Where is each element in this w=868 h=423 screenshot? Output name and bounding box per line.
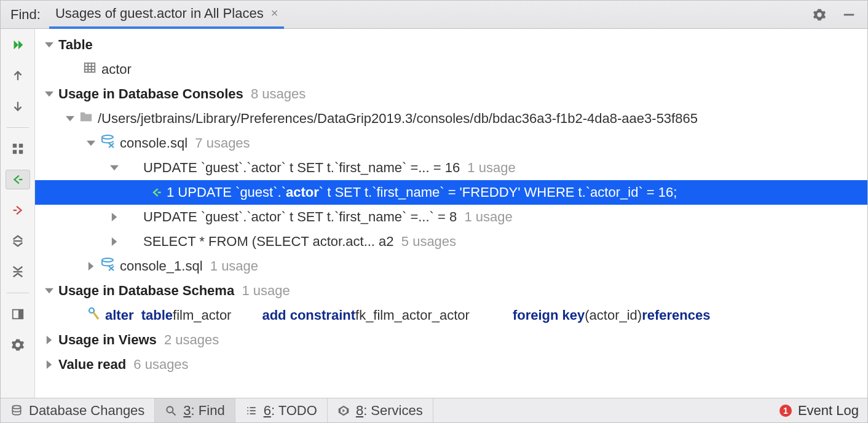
settings-button[interactable]: [6, 335, 30, 355]
svg-point-14: [89, 308, 94, 313]
next-occurrence-button[interactable]: [6, 97, 30, 116]
usage-summary: UPDATE `guest`.`actor` t SET t.`first_na…: [143, 160, 460, 176]
sidebar-separator: [7, 127, 29, 128]
section-title: Table: [58, 37, 93, 53]
chevron-down-icon[interactable]: [65, 113, 76, 124]
tab-label: 3: Find: [183, 403, 224, 419]
svg-rect-3: [12, 150, 16, 154]
tab-find[interactable]: 3: Find: [155, 398, 235, 422]
main-area: Table actor Usage in Database Consoles 8…: [1, 29, 867, 398]
close-icon[interactable]: ×: [271, 6, 278, 20]
navigate-icon: [151, 186, 163, 199]
section-title: Usage in Database Schema: [58, 283, 234, 299]
sql-table-name: film_actor: [173, 307, 231, 323]
tab-label: 6: TODO: [264, 403, 317, 419]
tree-section-value-read[interactable]: Value read 6 usages: [35, 352, 867, 377]
chevron-down-icon[interactable]: [44, 89, 55, 100]
find-tab-title: Usages of guest.actor in All Places: [55, 6, 264, 22]
sql-file-icon: [100, 258, 115, 275]
tree-item-file-console[interactable]: console.sql 7 usages: [35, 131, 867, 156]
find-tab[interactable]: Usages of guest.actor in All Places ×: [49, 1, 284, 29]
autoscroll-from-source-button[interactable]: [6, 170, 30, 189]
find-label: Find:: [6, 7, 49, 23]
usage-count: 7 usages: [195, 135, 250, 151]
notification-badge: 1: [779, 405, 792, 417]
section-title: Usage in Database Consoles: [58, 86, 243, 102]
status-bar: Database Changes 3: Find 6: TODO 8: Serv…: [1, 398, 867, 422]
usage-line-suffix: ` t SET t.`first_name` = 'FREDDY' WHERE …: [319, 184, 677, 200]
usages-tree[interactable]: Table actor Usage in Database Consoles 8…: [35, 29, 867, 398]
svg-point-15: [12, 405, 20, 408]
chevron-right-icon[interactable]: [44, 359, 55, 370]
toolbar-right: [811, 6, 862, 23]
svg-rect-8: [18, 310, 22, 319]
chevron-down-icon[interactable]: [109, 162, 120, 173]
svg-rect-1: [12, 144, 16, 148]
svg-point-16: [167, 406, 173, 413]
folder-path: /Users/jetbrains/Library/Preferences/Dat…: [98, 111, 698, 127]
preview-button[interactable]: [6, 304, 30, 324]
chevron-down-icon[interactable]: [85, 138, 97, 149]
tree-item-usage-summary[interactable]: UPDATE `guest`.`actor` t SET t.`first_na…: [35, 156, 867, 180]
chevron-down-icon[interactable]: [44, 285, 55, 296]
usage-count: 1 usage: [210, 258, 258, 274]
folder-icon: [79, 111, 93, 127]
file-name: console_1.sql: [120, 258, 203, 274]
tree-item-usage-line-selected[interactable]: 1 UPDATE `guest`.`actor` t SET t.`first_…: [35, 180, 867, 205]
sql-keyword-add-constraint: add constraint: [262, 307, 355, 323]
svg-rect-9: [85, 63, 95, 73]
tree-item-table-actor[interactable]: actor: [35, 57, 867, 82]
sql-keyword-references: references: [642, 307, 710, 323]
chevron-right-icon[interactable]: [44, 334, 55, 346]
usage-line-actor: actor: [286, 184, 319, 200]
tree-section-db-consoles[interactable]: Usage in Database Consoles 8 usages: [35, 82, 867, 106]
chevron-right-icon[interactable]: [109, 236, 120, 247]
tab-label: 8: Services: [356, 403, 423, 419]
usage-summary: SELECT * FROM (SELECT actor.act... a2: [143, 234, 394, 250]
usage-count: 5 usages: [401, 234, 456, 250]
tree-item-usage-summary[interactable]: UPDATE `guest`.`actor` t SET t.`first_na…: [35, 205, 867, 229]
chevron-down-icon[interactable]: [44, 39, 55, 50]
rerun-button[interactable]: [6, 35, 30, 55]
tab-services[interactable]: 8: Services: [328, 398, 433, 422]
tree-item-usage-summary[interactable]: SELECT * FROM (SELECT actor.act... a2 5 …: [35, 229, 867, 254]
table-name: actor: [101, 61, 132, 77]
table-icon: [83, 61, 97, 78]
tree-item-folder-path[interactable]: /Users/jetbrains/Library/Preferences/Dat…: [35, 106, 867, 131]
svg-rect-2: [18, 144, 22, 148]
tree-section-views[interactable]: Usage in Views 2 usages: [35, 328, 867, 352]
tab-todo[interactable]: 6: TODO: [235, 398, 328, 422]
tab-label: Database Changes: [29, 403, 144, 419]
sql-keyword-foreign-key: foreign key: [513, 307, 585, 323]
event-log-button[interactable]: 1 Event Log: [771, 398, 867, 422]
gear-icon[interactable]: [811, 6, 828, 23]
sql-constraint-name: fk_film_actor_actor: [355, 307, 470, 323]
autoscroll-to-source-button[interactable]: [6, 200, 30, 220]
expand-all-button[interactable]: [6, 231, 30, 251]
tree-section-db-schema[interactable]: Usage in Database Schema 1 usage: [35, 279, 867, 303]
usage-count: 1 usage: [467, 160, 515, 176]
sql-keyword-alter: alter: [105, 307, 133, 323]
previous-occurrence-button[interactable]: [6, 66, 30, 85]
minimize-icon[interactable]: [840, 6, 858, 23]
tree-section-table[interactable]: Table: [35, 33, 867, 57]
chevron-right-icon[interactable]: [109, 212, 120, 223]
usage-summary: UPDATE `guest`.`actor` t SET t.`first_na…: [143, 209, 457, 225]
collapse-all-button[interactable]: [6, 262, 30, 282]
usage-count: 1 usage: [464, 209, 512, 225]
section-title: Value read: [58, 357, 126, 373]
svg-line-17: [173, 412, 176, 415]
usage-count: 6 usages: [133, 357, 188, 373]
file-name: console.sql: [120, 135, 187, 151]
usage-count: 8 usages: [251, 86, 306, 102]
tree-item-file-console-1[interactable]: console_1.sql 1 usage: [35, 254, 867, 279]
usage-count: 2 usages: [164, 332, 219, 348]
chevron-right-icon[interactable]: [85, 261, 97, 272]
event-log-label: Event Log: [798, 403, 859, 419]
find-toolbar: Find: Usages of guest.actor in All Place…: [1, 1, 867, 29]
group-by-button[interactable]: [6, 139, 30, 159]
sidebar-separator-2: [7, 293, 29, 293]
tree-item-schema-alter[interactable]: alter table film_actor add constraint fk…: [35, 303, 867, 328]
tab-database-changes[interactable]: Database Changes: [1, 398, 155, 422]
usage-count: 1 usage: [242, 283, 290, 299]
